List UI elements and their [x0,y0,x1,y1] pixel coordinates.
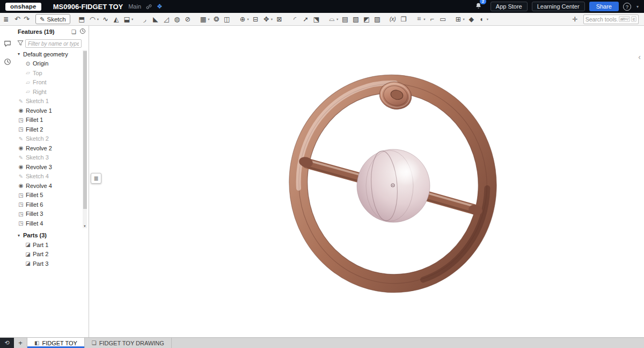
help-menu-icon[interactable]: ? [623,3,631,11]
parts-expander-caret-icon[interactable]: ▾ [18,233,23,238]
dropdown-caret-icon[interactable]: ▾ [208,17,209,21]
dropdown-caret-icon[interactable]: ▾ [247,17,248,21]
feature-filter-input[interactable] [25,39,82,48]
feature-tree-item[interactable]: ▱ Top [15,68,89,78]
scrollbar-down-arrow-icon[interactable]: ▾ [83,224,87,228]
fidget-toy-3d-model[interactable] [89,26,644,337]
tab-feature-icon[interactable]: ▭ [438,14,448,25]
material-icon[interactable]: ◆ [466,14,477,25]
link-icon[interactable] [145,3,152,10]
expander-caret-icon[interactable]: ▾ [18,52,23,56]
hole-icon[interactable]: ⊘ [182,14,193,25]
dropdown-caret-icon[interactable]: ▾ [271,17,273,21]
feature-tree-item[interactable]: ◉ Revolve 4 [15,181,89,191]
collaboration-icon[interactable]: ❖ [157,3,163,10]
delete-part-icon[interactable]: ⊠ [274,14,284,25]
search-tools-input[interactable] [586,16,618,23]
feature-tree-item[interactable]: ▾ Default geometry [15,49,89,59]
filter-funnel-icon[interactable] [17,40,24,47]
popout-icon[interactable]: ❏ [71,29,76,35]
feature-tree-item[interactable]: ◉ Revolve 3 [15,162,89,172]
revolve-icon[interactable]: ◠ ▾ [87,14,100,25]
fillet-icon[interactable]: ◞ [140,14,150,25]
share-button[interactable]: Share [589,2,619,11]
feature-tree-item[interactable]: ◳ Fillet 5 [15,191,89,200]
feature-tree-item[interactable]: ✎ Sketch 3 [15,153,89,163]
rollback-history-icon[interactable] [79,28,86,35]
feature-tree-item[interactable]: ◳ Fillet 6 [15,200,89,209]
feature-tree-item[interactable]: ▱ Front [15,78,89,88]
replace-face-icon[interactable]: ⬔ [311,14,321,25]
graphics-viewport[interactable]: ≣ ‹ [89,26,644,337]
notifications-button[interactable]: 2 [475,2,482,11]
split-icon[interactable]: ⊟ [251,14,261,25]
extrude-icon[interactable]: ⬒ [77,14,87,25]
transform-icon[interactable]: ✥ ▾ [261,14,274,25]
flange-icon[interactable]: ⌐ [427,14,437,25]
move-face-icon[interactable]: ➚ [301,14,311,25]
enclose-icon[interactable]: ▨ [372,14,382,25]
dropdown-caret-icon[interactable]: ▾ [463,17,465,21]
app-store-button[interactable]: App Store [491,2,528,11]
feature-list-toggle-icon[interactable]: ≣ [3,16,9,23]
linear-pattern-icon[interactable]: ▦ ▾ [198,14,210,25]
help-menu-caret-icon[interactable]: ▾ [636,4,639,9]
part-list-item[interactable]: ◪ Part 3 [15,259,89,269]
part-list-item[interactable]: ◪ Part 1 [15,240,89,250]
feature-tree-item[interactable]: ◳ Fillet 1 [15,115,89,125]
part-list-item[interactable]: ◪ Part 2 [15,250,89,259]
view-orbit-corner-icon[interactable]: ⟲ [0,338,14,348]
ruled-surface-icon[interactable]: ◩ [361,14,371,25]
onshape-logo[interactable]: onshape [5,3,41,11]
right-panel-collapse-icon[interactable]: ‹ [638,54,641,60]
mirror-icon[interactable]: ◫ [222,14,232,25]
chamfer-icon[interactable]: ◣ [150,14,160,25]
dropdown-caret-icon[interactable]: ▾ [336,17,338,21]
feature-tree-item[interactable]: ✎ Sketch 4 [15,172,89,182]
feature-tree-item[interactable]: ◳ Fillet 3 [15,209,89,219]
draft-icon[interactable]: ◿ [161,14,171,25]
feature-tree-item[interactable]: ◳ Fillet 2 [15,125,89,134]
feature-tree-item[interactable]: ✎ Sketch 1 [15,97,89,106]
thicken-icon[interactable]: ⬓ ▾ [122,14,134,25]
center-sphere[interactable] [357,149,430,222]
feature-tree-item[interactable]: ◳ Fillet 4 [15,219,89,228]
loft-icon[interactable]: ◭ [111,14,121,25]
history-icon[interactable] [4,58,11,68]
parts-section-header[interactable]: ▾ Parts (3) [15,231,89,241]
feature-dialog-handle[interactable]: ≣ [91,173,101,184]
redo-button[interactable]: ↷ [22,15,31,23]
shell-icon[interactable]: ◍ [172,14,182,25]
sweep-icon[interactable]: ∿ [100,14,111,25]
feature-tree-item[interactable]: ✎ Sketch 2 [15,134,89,144]
import-icon[interactable]: ❐ [398,14,408,25]
sheet-metal-icon[interactable]: ⌗ ▾ [414,14,426,25]
boolean-icon[interactable]: ⊕ ▾ [237,14,250,25]
dropdown-caret-icon[interactable]: ▾ [487,17,488,21]
dropdown-caret-icon[interactable]: ▾ [131,17,133,21]
feature-tree-item[interactable]: ▱ Right [15,87,89,97]
comment-icon[interactable] [4,40,11,49]
appearance-icon[interactable]: ◐ ▾ [477,14,489,25]
feature-tree-item[interactable]: ⊙ Origin [15,59,89,69]
dropdown-caret-icon[interactable]: ▾ [97,17,99,21]
feature-tree-item[interactable]: ◉ Revolve 2 [15,143,89,153]
variable-icon[interactable]: (x) [387,14,398,25]
boundary-surface-icon[interactable]: ▤ [340,14,350,25]
learning-center-button[interactable]: Learning Center [532,2,585,11]
feature-tree-scrollbar[interactable]: ▾ [83,50,87,228]
branch-label[interactable]: Main [128,3,141,10]
scrollbar-thumb[interactable] [83,51,87,209]
dropdown-caret-icon[interactable]: ▾ [423,17,425,21]
add-tab-button[interactable]: + [14,338,27,348]
undo-button[interactable]: ↶ [13,15,22,23]
feature-tree-item[interactable]: ◉ Revolve 1 [15,106,89,115]
tab-fidget-toy-drawing[interactable]: ❏ FIDGET TOY DRAWING [85,338,172,348]
fill-surface-icon[interactable]: ▧ [350,14,361,25]
frame-icon[interactable]: ⊞ ▾ [453,14,466,25]
view-manipulation-icon[interactable]: ✛ [573,16,578,23]
sketch-button[interactable]: ✎ Sketch [35,14,70,24]
offset-surface-icon[interactable]: ⌓ ▾ [327,14,339,25]
tab-fidget-toy[interactable]: ◧ FIDGET TOY [27,338,85,348]
modify-fillet-icon[interactable]: ◜ [290,14,300,25]
